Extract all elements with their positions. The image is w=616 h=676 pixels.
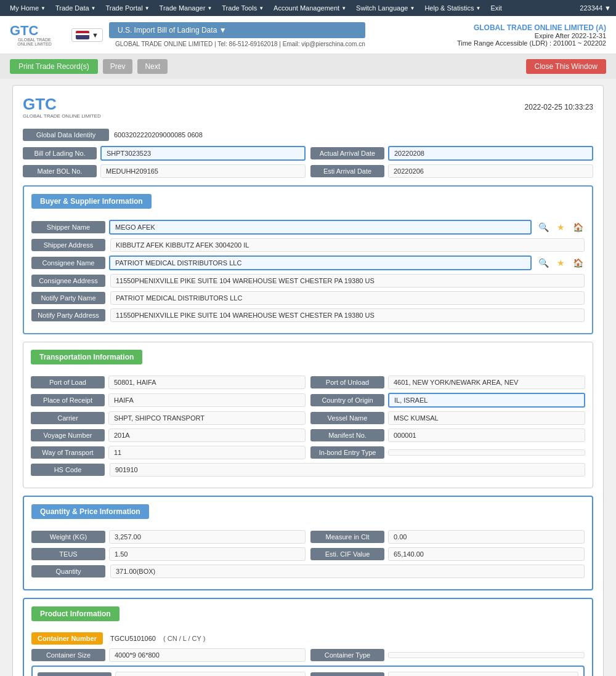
global-data-identity-row: Global Data Identity 6003202220209000085… — [23, 129, 593, 141]
bol-no-label: Bill of Lading No. — [23, 147, 97, 159]
weight-measure-row: Weight (KG) 3,257.00 Measure in Clt 0.00 — [31, 530, 585, 544]
container-type-value — [388, 652, 585, 658]
quantity-label: Quantity — [31, 565, 105, 577]
notify-party-address-label: Notify Party Address — [31, 309, 105, 321]
teus-label: TEUS — [31, 548, 105, 560]
company-name: GLOBAL TRADE ONLINE LIMITED (A) — [457, 23, 606, 32]
product-header: Product Information — [31, 606, 120, 621]
receipt-origin-row: Place of Receipt HAIFA Country of Origin… — [31, 393, 585, 408]
quantity-price-header: Quantity & Price Information — [31, 504, 149, 519]
global-data-identity-label: Global Data Identity — [23, 129, 109, 141]
next-button[interactable]: Next — [137, 59, 168, 74]
shipper-action-icons: 🔍 ★ 🏠 — [537, 220, 585, 235]
nav-switch-language[interactable]: Switch Language▼ — [351, 0, 419, 16]
hs-code-label: HS Code — [31, 464, 105, 476]
nav-trade-tools[interactable]: Trade Tools▼ — [217, 0, 269, 16]
carrier-label: Carrier — [31, 412, 105, 424]
consignee-action-icons: 🔍 ★ 🏠 — [537, 256, 585, 270]
product-quantity-label: Quantity — [38, 672, 111, 676]
top-navigation: My Home▼ Trade Data▼ Trade Portal▼ Trade… — [0, 0, 616, 16]
top-toolbar: Print Trade Record(s) Prev Next Close Th… — [0, 54, 616, 79]
way-of-transport-value: 11 — [108, 446, 306, 459]
port-of-unload-value: 4601, NEW YORK/NEWARK AREA, NEV — [388, 376, 585, 389]
product-esti-cif-label: Esti. CIF Value — [310, 672, 384, 676]
shipper-search-icon[interactable]: 🔍 — [537, 220, 550, 234]
voyage-number-label: Voyage Number — [31, 429, 105, 441]
nav-my-home[interactable]: My Home▼ — [5, 0, 51, 16]
country-of-origin-value: IL, ISRAEL — [388, 393, 585, 408]
manifest-no-label: Manifest No. — [310, 429, 384, 441]
esti-cif-value-label: Esti. CIF Value — [310, 548, 384, 560]
weight-kg-label: Weight (KG) — [31, 531, 105, 543]
prev-button[interactable]: Prev — [103, 59, 133, 74]
product-qty-cif-box: Quantity 371.00 Esti. CIF Value 65,140.0… — [31, 666, 585, 676]
global-data-identity-value: 6003202220209000085 0608 — [109, 129, 208, 141]
logo-subtext: GLOBAL TRADE ONLINE LIMITED — [10, 38, 59, 46]
consignee-star-icon[interactable]: ★ — [554, 256, 567, 270]
page-header: GTC GLOBAL TRADE ONLINE LIMITED ▼ U.S. I… — [0, 16, 616, 54]
consignee-name-value: PATRIOT MEDICAL DISTRIBUTORS LLC — [109, 256, 532, 270]
transportation-header: Transportation Information — [31, 350, 142, 364]
consignee-name-label: Consignee Name — [31, 257, 105, 269]
weight-kg-value: 3,257.00 — [109, 530, 306, 544]
mater-bol-no-value: MEDUHH209165 — [100, 164, 306, 178]
quantity-value: 371.00(BOX) — [110, 565, 585, 578]
consignee-address-label: Consignee Address — [31, 275, 105, 287]
logo-area: GTC GLOBAL TRADE ONLINE LIMITED — [10, 21, 59, 49]
product-section: Product Information Container Number TGC… — [23, 598, 593, 676]
place-of-receipt-label: Place of Receipt — [31, 394, 105, 406]
database-selector[interactable]: U.S. Import Bill of Lading Data ▼ — [109, 22, 365, 38]
in-bond-entry-type-value — [388, 449, 585, 456]
container-size-value: 4000*9 06*800 — [109, 648, 306, 662]
teus-value: 1.50 — [109, 547, 306, 561]
record-date: 2022-02-25 10:33:23 — [525, 103, 593, 111]
nav-trade-data[interactable]: Trade Data▼ — [51, 0, 101, 16]
nav-trade-manager[interactable]: Trade Manager▼ — [155, 0, 217, 16]
place-of-receipt-value: HAIFA — [108, 393, 306, 407]
time-range: Time Range Accessible (LDR) : 201001 ~ 2… — [457, 39, 606, 47]
nav-trade-portal[interactable]: Trade Portal▼ — [101, 0, 155, 16]
container-number-row: Container Number TGCU5101060 ( CN / L / … — [31, 632, 585, 645]
language-selector[interactable]: ▼ — [71, 28, 103, 42]
close-window-button[interactable]: Close This Window — [526, 59, 606, 74]
hs-code-row: HS Code 901910 — [31, 463, 585, 477]
in-bond-entry-type-label: In-bond Entry Type — [310, 446, 384, 459]
way-of-transport-label: Way of Transport — [31, 446, 105, 459]
quantity-price-section: Quantity & Price Information Weight (KG)… — [23, 496, 593, 590]
vessel-name-label: Vessel Name — [310, 412, 384, 424]
notify-party-address-value: 11550PHENIXVILLE PIKE SUITE 104 WAREHOUS… — [110, 308, 585, 322]
card-header: GTC GLOBAL TRADE ONLINE LIMITED 2022-02-… — [23, 95, 593, 119]
esti-arrival-date-value: 20220206 — [388, 164, 593, 178]
product-quantity-value: 371.00 — [115, 672, 306, 676]
shipper-address-label: Shipper Address — [31, 239, 105, 251]
port-of-load-value: 50801, HAIFA — [108, 376, 306, 389]
consignee-search-icon[interactable]: 🔍 — [537, 256, 550, 270]
db-contact-info: GLOBAL TRADE ONLINE LIMITED | Tel: 86-51… — [115, 41, 365, 47]
consignee-home-icon[interactable]: 🏠 — [571, 256, 585, 270]
bol-arrival-row: Bill of Lading No. SHPT3023523 Actual Ar… — [23, 146, 593, 161]
shipper-address-row: Shipper Address KIBBUTZ AFEK KIBBUTZ AFE… — [31, 238, 585, 252]
nav-exit[interactable]: Exit — [485, 0, 506, 16]
print-record-button[interactable]: Print Trade Record(s) — [10, 59, 98, 74]
us-flag-icon — [76, 31, 89, 39]
nav-help-statistics[interactable]: Help & Statistics▼ — [419, 0, 485, 16]
account-info: GLOBAL TRADE ONLINE LIMITED (A) Expire A… — [457, 23, 606, 47]
product-esti-cif-value: 65,140.00 — [388, 672, 578, 676]
container-number-extra: ( CN / L / CY ) — [163, 635, 205, 642]
shipper-star-icon[interactable]: ★ — [554, 220, 567, 234]
shipper-name-row: Shipper Name MEGO AFEK 🔍 ★ 🏠 — [31, 220, 585, 235]
vessel-name-value: MSC KUMSAL — [388, 411, 585, 425]
container-size-label: Container Size — [31, 649, 105, 661]
shipper-address-value: KIBBUTZ AFEK KIBBUTZ AFEK 3004200 IL — [110, 238, 585, 252]
shipper-home-icon[interactable]: 🏠 — [571, 220, 585, 234]
shipper-name-label: Shipper Name — [31, 221, 105, 233]
actual-arrival-date-value: 20220208 — [388, 146, 593, 161]
nav-account-management[interactable]: Account Management▼ — [269, 0, 351, 16]
manifest-no-value: 000001 — [388, 429, 585, 442]
esti-arrival-date-label: Esti Arrival Date — [310, 165, 384, 177]
user-id: 223344 ▼ — [580, 4, 611, 12]
mater-bol-esti-row: Mater BOL No. MEDUHH209165 Esti Arrival … — [23, 164, 593, 178]
shipper-name-value: MEGO AFEK — [109, 220, 532, 235]
teus-cif-row: TEUS 1.50 Esti. CIF Value 65,140.00 — [31, 547, 585, 561]
card-logo-sub: GLOBAL TRADE ONLINE LIMITED — [23, 113, 101, 119]
